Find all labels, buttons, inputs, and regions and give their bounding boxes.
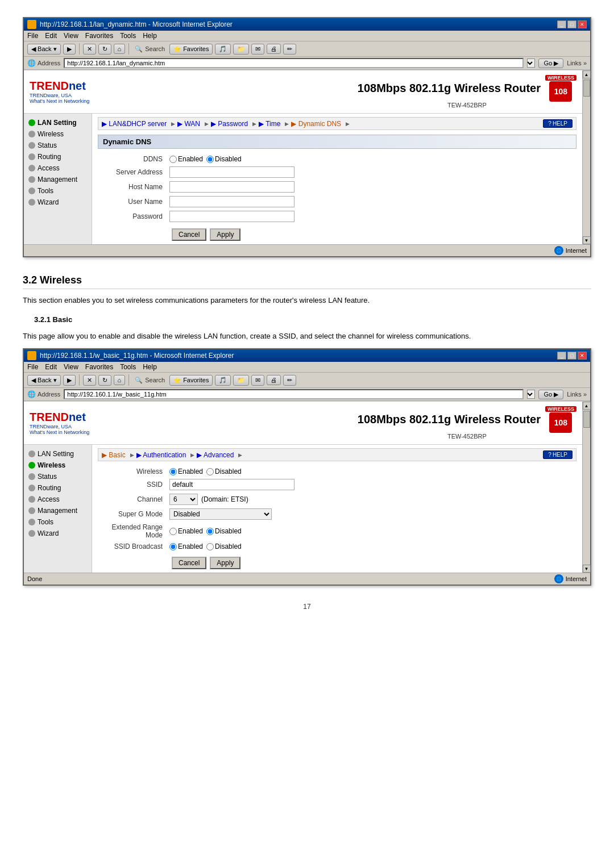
- apply-button-2[interactable]: Apply: [210, 557, 240, 569]
- wireless-disabled-radio[interactable]: [206, 468, 214, 475]
- maximize-btn-2[interactable]: □: [567, 352, 576, 360]
- nav-item-access-1[interactable]: Access: [24, 162, 92, 174]
- nav-item-wizard-1[interactable]: Wizard: [24, 197, 92, 208]
- forward-button[interactable]: ▶: [63, 44, 76, 55]
- wireless-enabled-radio[interactable]: [169, 468, 177, 475]
- edit-page-button[interactable]: ✏: [283, 44, 296, 55]
- tab-lan-dhcp[interactable]: ▶ LAN&DHCP server: [102, 120, 177, 128]
- extrange-enabled-label[interactable]: Enabled: [169, 527, 203, 535]
- tab-authentication[interactable]: ▶ Authentication: [136, 451, 197, 459]
- close-btn[interactable]: ✕: [578, 20, 587, 28]
- apply-button-1[interactable]: Apply: [210, 228, 240, 241]
- nav-item-wireless-2[interactable]: Wireless: [24, 460, 92, 471]
- nav-item-access-2[interactable]: Access: [24, 494, 92, 505]
- ssidbc-enabled-radio[interactable]: [169, 543, 177, 550]
- help-button-1[interactable]: ? HELP: [543, 119, 572, 128]
- menu-tools-2[interactable]: Tools: [120, 363, 136, 371]
- favorites-button[interactable]: ⭐ Favorites: [169, 44, 213, 55]
- nav-item-tools-1[interactable]: Tools: [24, 185, 92, 197]
- refresh-button[interactable]: ↻: [98, 44, 111, 55]
- ddns-enabled-radio[interactable]: [169, 156, 177, 163]
- maximize-btn[interactable]: □: [567, 20, 576, 28]
- ddns-enabled-label[interactable]: Enabled: [169, 155, 203, 163]
- nav-item-management-1[interactable]: Management: [24, 174, 92, 185]
- menu-edit-2[interactable]: Edit: [45, 363, 57, 371]
- extrange-disabled-radio[interactable]: [206, 528, 214, 535]
- nav-item-management-2[interactable]: Management: [24, 505, 92, 516]
- cancel-button-2[interactable]: Cancel: [172, 557, 206, 569]
- nav-item-routing-1[interactable]: Routing: [24, 151, 92, 162]
- ssidbc-disabled-label[interactable]: Disabled: [206, 542, 242, 550]
- go-button-1[interactable]: Go ▶: [538, 59, 563, 68]
- minimize-btn-2[interactable]: _: [557, 352, 566, 360]
- ddns-disabled-label[interactable]: Disabled: [206, 155, 242, 163]
- menu-view-2[interactable]: View: [64, 363, 78, 371]
- scroll-thumb-1[interactable]: [583, 80, 590, 97]
- menu-file[interactable]: File: [27, 32, 38, 40]
- cancel-button-1[interactable]: Cancel: [172, 228, 206, 241]
- nav-item-routing-2[interactable]: Routing: [24, 482, 92, 494]
- search-label-2[interactable]: Search: [145, 377, 165, 383]
- menu-tools[interactable]: Tools: [120, 32, 136, 40]
- mail-button-2[interactable]: ✉: [251, 375, 264, 386]
- server-address-input[interactable]: [169, 166, 294, 178]
- nav-item-status-1[interactable]: Status: [24, 140, 92, 151]
- scroll-down-1[interactable]: ▼: [583, 236, 591, 244]
- home-button-2[interactable]: ⌂: [114, 375, 126, 385]
- menu-view[interactable]: View: [64, 32, 78, 40]
- extrange-disabled-label[interactable]: Disabled: [206, 527, 242, 535]
- minimize-btn[interactable]: _: [557, 20, 566, 28]
- url-input-1[interactable]: [64, 58, 524, 68]
- user-name-input[interactable]: [169, 196, 294, 207]
- extrange-enabled-radio[interactable]: [169, 528, 177, 535]
- media-button[interactable]: 🎵: [215, 44, 231, 55]
- wireless-disabled-label[interactable]: Disabled: [206, 468, 242, 475]
- history-button-2[interactable]: 📁: [233, 375, 249, 386]
- superg-select[interactable]: Disabled Super G without turbo Super G w…: [169, 508, 272, 520]
- refresh-button-2[interactable]: ↻: [98, 375, 111, 386]
- stop-button[interactable]: ✕: [83, 44, 96, 55]
- scroll-thumb-2[interactable]: [583, 411, 590, 428]
- password-input[interactable]: [169, 211, 294, 222]
- ssidbc-disabled-radio[interactable]: [206, 543, 214, 550]
- menu-file-2[interactable]: File: [27, 363, 38, 371]
- nav-item-status-2[interactable]: Status: [24, 471, 92, 482]
- edit-page-button-2[interactable]: ✏: [283, 375, 296, 386]
- tab-password[interactable]: ▶ Password: [211, 120, 259, 128]
- nav-item-wireless-1[interactable]: Wireless: [24, 128, 92, 140]
- help-button-2[interactable]: ? HELP: [543, 450, 572, 459]
- history-button[interactable]: 📁: [233, 44, 249, 55]
- home-button[interactable]: ⌂: [114, 44, 126, 54]
- tab-dynamic-dns[interactable]: ▶ Dynamic DNS: [291, 120, 352, 128]
- favorites-button-2[interactable]: ⭐ Favorites: [169, 375, 213, 386]
- tab-advanced[interactable]: ▶ Advanced: [197, 451, 244, 459]
- nav-item-lan-2[interactable]: LAN Setting: [24, 448, 92, 460]
- nav-item-tools-2[interactable]: Tools: [24, 516, 92, 528]
- wireless-enabled-label[interactable]: Enabled: [169, 468, 203, 475]
- nav-item-lan[interactable]: LAN Setting: [24, 117, 92, 128]
- channel-select[interactable]: 6 12345 7891011: [169, 494, 198, 505]
- scroll-up-2[interactable]: ▲: [583, 402, 591, 410]
- print-button[interactable]: 🖨: [267, 44, 281, 54]
- menu-help[interactable]: Help: [143, 32, 157, 40]
- nav-item-wizard-2[interactable]: Wizard: [24, 528, 92, 539]
- url-dropdown-2[interactable]: ▾: [527, 390, 535, 399]
- menu-favorites[interactable]: Favorites: [85, 32, 113, 40]
- back-button[interactable]: ◀ Back ▾: [27, 44, 61, 55]
- menu-edit[interactable]: Edit: [45, 32, 57, 40]
- close-btn-2[interactable]: ✕: [578, 352, 587, 360]
- tab-time[interactable]: ▶ Time: [259, 120, 291, 128]
- ssid-input[interactable]: [169, 479, 294, 490]
- scroll-up-1[interactable]: ▲: [583, 70, 591, 78]
- ssidbc-enabled-label[interactable]: Enabled: [169, 542, 203, 550]
- tab-wan[interactable]: ▶ WAN: [177, 120, 211, 128]
- menu-help-2[interactable]: Help: [143, 363, 157, 371]
- ddns-disabled-radio[interactable]: [206, 156, 214, 163]
- go-button-2[interactable]: Go ▶: [538, 390, 563, 399]
- forward-button-2[interactable]: ▶: [63, 375, 76, 386]
- scroll-down-2[interactable]: ▼: [583, 565, 591, 573]
- search-label[interactable]: Search: [145, 45, 165, 52]
- media-button-2[interactable]: 🎵: [215, 375, 231, 386]
- back-button-2[interactable]: ◀ Back ▾: [27, 375, 61, 386]
- menu-favorites-2[interactable]: Favorites: [85, 363, 113, 371]
